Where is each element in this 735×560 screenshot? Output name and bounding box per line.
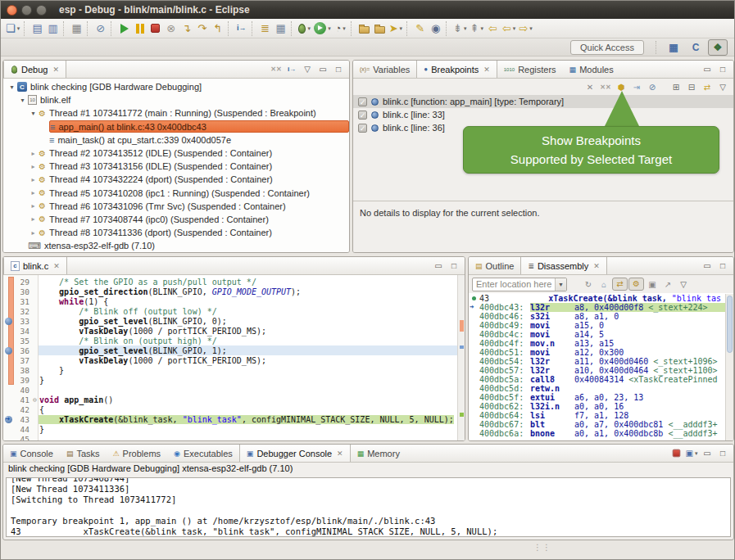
view-menu-button[interactable]: ▽ bbox=[300, 63, 315, 76]
browser-button[interactable]: ◉ bbox=[428, 20, 443, 37]
editor-line[interactable]: 34 vTaskDelay(1000 / portTICK_PERIOD_MS)… bbox=[3, 326, 465, 336]
breakpoint-row[interactable]: ✓blink.c [function: app_main] [type: Tem… bbox=[353, 95, 733, 108]
editor-line[interactable]: 35 /* Blink on (output high) */ bbox=[3, 336, 465, 345]
close-icon[interactable]: ✕ bbox=[483, 65, 490, 74]
disassembly-row[interactable]: 400dbc4c:movia14, 5 bbox=[469, 330, 733, 339]
disassembly-row[interactable]: 400dbc64:lsif7, a1, 128 bbox=[469, 411, 733, 420]
forward-button[interactable]: ⇨▾ bbox=[517, 20, 533, 37]
editor-line[interactable]: 36 gpio_set_level(BLINK_GPIO, 1); bbox=[3, 345, 465, 355]
breakpoint-checkbox[interactable]: ✓ bbox=[358, 124, 367, 133]
disassembly-row[interactable]: 400dbc49:movia15, 0 bbox=[469, 321, 733, 330]
resume-button[interactable] bbox=[116, 20, 132, 37]
debug-tree-row[interactable]: ▸⚙Thread #7 1073408744 (ipc0) (Suspended… bbox=[3, 213, 349, 226]
tab-console[interactable]: ▣Console bbox=[3, 445, 60, 462]
tree-expander-icon[interactable]: ▸ bbox=[28, 215, 39, 223]
debug-tree-row[interactable]: ▸⚙Thread #2 1073413512 (IDLE) (Suspended… bbox=[3, 147, 349, 160]
view-menu-button[interactable]: ▽ bbox=[715, 80, 730, 93]
terminate-button[interactable] bbox=[147, 20, 163, 37]
editor-line[interactable]: 42{ bbox=[3, 404, 465, 414]
minimize-button[interactable] bbox=[21, 5, 32, 16]
tab-blink-c[interactable]: c blink.c ✕ bbox=[3, 257, 67, 274]
previous-annotation-button[interactable]: ⇞▾ bbox=[469, 20, 485, 37]
disassembly-row[interactable]: 400dbc46:s32ia8, a1, 0 bbox=[469, 312, 733, 321]
view-menu-button[interactable]: ▽ bbox=[676, 278, 691, 291]
scrollbar-thumb[interactable] bbox=[727, 296, 733, 353]
tree-expander-icon[interactable]: ▸ bbox=[28, 150, 39, 157]
close-icon[interactable]: ✕ bbox=[52, 65, 59, 74]
disassembly-row[interactable]: ➜400dbc43:l32ra8, 0x400d00f8 <_stext+224… bbox=[469, 303, 733, 312]
disassembly-row[interactable]: 400dbc57:l32ra10, 0x400d0464 <_stext+110… bbox=[469, 366, 733, 375]
link-with-debug-view-button[interactable]: ⇄ bbox=[700, 80, 715, 93]
editor-line[interactable]: ➜43 xTaskCreate(&blink_task, "blink_task… bbox=[3, 414, 465, 424]
disassembly-row[interactable]: 400dbc6a:bnonea0, a1, 0x400dbc8b <__addd… bbox=[469, 429, 733, 438]
minimize-button[interactable]: ▭ bbox=[315, 63, 330, 76]
maximize-button[interactable]: □ bbox=[715, 447, 730, 460]
back-button[interactable]: ⇦▾ bbox=[501, 20, 517, 37]
tab-registers[interactable]: 1010 Registers bbox=[497, 61, 563, 78]
tab-breakpoints[interactable]: ● Breakpoints ✕ bbox=[416, 61, 497, 78]
disassembly-row[interactable]: 400dbc4f:mov.na13, a15 bbox=[469, 339, 733, 348]
disassembly-row[interactable]: 400dbc62:l32i.na0, a0, 16 bbox=[469, 402, 733, 411]
disassembly-row[interactable]: 400dbc51:movia12, 0x300 bbox=[469, 348, 733, 357]
disassembly-source-line[interactable]: 43 xTaskCreate(&blink_task, "blink_tas bbox=[469, 294, 733, 303]
instruction-stepping-button[interactable]: i→ bbox=[234, 20, 249, 37]
breakpoint-checkbox[interactable]: ✓ bbox=[358, 97, 367, 106]
refresh-button[interactable]: ↻ bbox=[581, 278, 596, 291]
chevron-down-icon[interactable]: ▼ bbox=[555, 278, 566, 291]
maximize-button[interactable] bbox=[36, 5, 47, 16]
tab-modules[interactable]: ▦ Modules bbox=[563, 61, 620, 78]
collapse-all-button[interactable]: ⊟ bbox=[684, 80, 699, 93]
fold-marker[interactable]: ⊖ bbox=[31, 396, 39, 404]
debug-tree-row[interactable]: ▾⚙Thread #1 1073411772 (main : Running) … bbox=[3, 106, 349, 120]
sync-with-context-button[interactable]: ⇄ bbox=[612, 278, 628, 291]
track-expression-button[interactable]: ⚙ bbox=[628, 278, 644, 291]
scrollbar[interactable] bbox=[725, 294, 733, 440]
tree-expander-icon[interactable]: ▾ bbox=[17, 97, 28, 104]
minimize-view-button[interactable]: ▭ bbox=[700, 260, 715, 273]
run-button[interactable]: ▾ bbox=[312, 20, 333, 37]
editor-line[interactable]: 37 vTaskDelay(1000 / portTICK_PERIOD_MS)… bbox=[3, 355, 465, 365]
tab-disassembly[interactable]: ≣ Disassembly ✕ bbox=[520, 257, 606, 274]
disassembly-row[interactable]: 400dbc5f:extuia6, a0, 23, 13 bbox=[469, 393, 733, 402]
breakpoint-icon[interactable] bbox=[5, 318, 12, 325]
show-debug-sources-button[interactable]: ≣ bbox=[257, 20, 273, 37]
home-button[interactable]: ⌂ bbox=[597, 278, 611, 291]
console-output-box[interactable]: [New Thread 1073408744][New Thread 10734… bbox=[6, 477, 731, 537]
debug-tree-row[interactable]: ▸⚙Thread #8 1073411336 (dport) (Suspende… bbox=[3, 226, 349, 239]
step-into-button[interactable]: ↴ bbox=[179, 20, 194, 37]
maximize-view-button[interactable]: □ bbox=[715, 63, 730, 76]
current-line-marker[interactable] bbox=[460, 413, 464, 417]
tree-expander-icon[interactable]: ▸ bbox=[28, 189, 39, 196]
skip-all-breakpoints-button[interactable]: ⊘ bbox=[93, 20, 108, 37]
range-marker[interactable] bbox=[460, 320, 464, 332]
close-icon[interactable]: ✕ bbox=[593, 262, 600, 270]
disassembly-row[interactable]: 400dbc67:blta0, a7, 0x400dbc81 <__adddf3… bbox=[469, 420, 733, 429]
remove-breakpoint-button[interactable]: ✕ bbox=[583, 80, 597, 93]
debug-tree-row[interactable]: ⌨xtensa-esp32-elf-gdb (7.10) bbox=[3, 239, 349, 252]
minimize-view-button[interactable]: ▭ bbox=[700, 63, 715, 76]
editor-line[interactable]: 31 while(1) { bbox=[3, 296, 465, 306]
debug-tree-row[interactable]: ▸⚙Thread #6 1073431096 (Tmr Svc) (Suspen… bbox=[3, 200, 349, 213]
breakpoint-icon[interactable] bbox=[5, 347, 12, 355]
breakpoint-row[interactable]: ✓blink.c [line: 33] bbox=[353, 108, 733, 121]
save-button[interactable]: ▤ bbox=[29, 20, 45, 37]
disassembly-listing[interactable]: 43 xTaskCreate(&blink_task, "blink_tas➜4… bbox=[469, 293, 733, 440]
editor-line[interactable]: 45 bbox=[3, 434, 465, 441]
close-icon[interactable]: ✕ bbox=[337, 449, 343, 458]
expand-all-button[interactable]: ⊞ bbox=[669, 80, 683, 93]
quick-launch-button[interactable]: ➤▾ bbox=[388, 20, 404, 37]
editor-line[interactable]: 44} bbox=[3, 424, 465, 434]
memory-view-button[interactable]: ▦ bbox=[273, 20, 288, 37]
tab-variables[interactable]: (x)= Variables bbox=[353, 61, 416, 78]
disassembly-row[interactable]: 400dbc5d:retw.n bbox=[469, 384, 733, 393]
editor-line[interactable]: 39} bbox=[3, 375, 465, 385]
debug-tree-row[interactable]: ≡app_main() at blink.c:43 0x400dbc43 bbox=[3, 120, 349, 133]
editor-line[interactable]: 29 /* Set the GPIO as a push/pull output… bbox=[3, 277, 465, 287]
tab-executables[interactable]: ◉Executables bbox=[167, 445, 239, 462]
debug-tree-row[interactable]: ▾Cblink checking [GDB Hardware Debugging… bbox=[3, 80, 349, 93]
copy-button[interactable]: ▣ bbox=[645, 278, 660, 291]
instruction-stepping-toggle-button[interactable]: i→ bbox=[284, 63, 299, 76]
editor-line[interactable]: 30 gpio_set_direction(BLINK_GPIO, GPIO_M… bbox=[3, 287, 465, 296]
disconnect-button[interactable]: ⊗ bbox=[163, 20, 179, 37]
debug-button[interactable]: ▾ bbox=[297, 20, 312, 37]
